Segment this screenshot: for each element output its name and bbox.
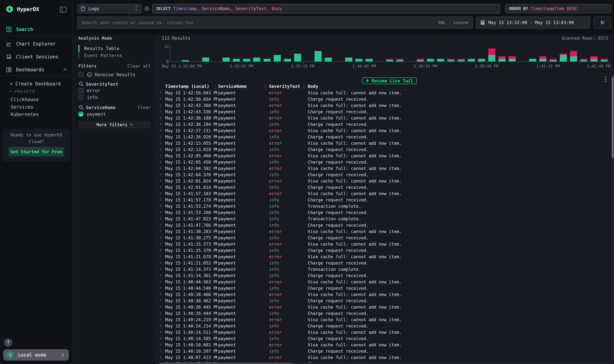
table-row[interactable]: May 15 1:42:01.814 PMpaymentinfoCharge r… [156, 184, 611, 190]
local-mode-button[interactable]: U Local mode [3, 349, 69, 361]
help-button[interactable]: ? [4, 338, 13, 347]
row-expand-chevron-icon[interactable] [159, 161, 161, 163]
row-expand-chevron-icon[interactable] [159, 318, 161, 321]
select-query-input[interactable]: SELECT TimestampServiceNameSeverityTextB… [152, 4, 500, 13]
row-expand-chevron-icon[interactable] [159, 217, 161, 220]
table-row[interactable]: May 15 1:40:07.413 PMpaymenterrorVisa ca… [156, 354, 611, 361]
row-expand-chevron-icon[interactable] [159, 306, 161, 308]
row-expand-chevron-icon[interactable] [159, 211, 161, 213]
table-row[interactable]: May 15 1:40:14.505 PMpaymentinfoCharge r… [156, 335, 611, 342]
row-expand-chevron-icon[interactable] [159, 356, 161, 358]
denoise-checkbox[interactable] [78, 72, 83, 77]
table-row[interactable]: May 15 1:41:57.178 PMpaymentinfoCharge r… [156, 197, 611, 203]
col-servicename[interactable]: ServiceName [218, 84, 247, 89]
table-row[interactable]: May 15 1:42:43.360 PMpaymenterrorVisa ca… [156, 102, 611, 109]
filter-checkbox-payment[interactable] [78, 112, 83, 117]
table-row[interactable]: May 15 1:41:14.361 PMpaymentinfoCharge r… [156, 273, 611, 279]
column-separator-icon[interactable] [303, 84, 304, 85]
sidebar-item-search[interactable]: Search [0, 24, 72, 35]
col-timestamp[interactable]: Timestamp (Local) [165, 84, 209, 89]
table-row[interactable]: May 15 1:41:53.260 PMpaymentinfoCharge r… [156, 209, 611, 216]
table-row[interactable]: May 15 1:40:44.563 PMpaymenterrorVisa ca… [156, 279, 611, 285]
sql-mode-button[interactable]: SQL [438, 20, 445, 25]
filter-checkbox-info[interactable] [78, 95, 83, 100]
row-expand-chevron-icon[interactable] [159, 343, 161, 346]
table-row[interactable]: May 15 1:41:21.678 PMpaymenterrorVisa ca… [156, 254, 611, 260]
table-options-kebab-icon[interactable] [605, 77, 606, 78]
table-row[interactable]: May 15 1:41:14.373 PMpaymentinfoTransact… [156, 266, 611, 273]
scrollbar-thumb[interactable] [612, 77, 614, 158]
table-row[interactable]: May 15 1:42:36.184 PMpaymentinfoCharge r… [156, 121, 611, 128]
table-row[interactable]: May 15 1:40:44.546 PMpaymentinfoCharge r… [156, 285, 611, 291]
horizontal-scrollbar[interactable] [159, 363, 608, 364]
filter-option-payment[interactable]: payment [87, 112, 106, 117]
table-row[interactable]: May 15 1:42:43.336 PMpaymentinfoCharge r… [156, 109, 611, 115]
table-row[interactable]: May 15 1:42:01.824 PMpaymenterrorVisa ca… [156, 178, 611, 184]
table-row[interactable]: May 15 1:41:53.274 PMpaymentinfoTransact… [156, 203, 611, 209]
table-row[interactable]: May 15 1:42:50.834 PMpaymentinfoCharge r… [156, 96, 611, 102]
row-expand-chevron-icon[interactable] [159, 350, 161, 352]
row-expand-chevron-icon[interactable] [159, 286, 161, 289]
sidebar-item-dashboards[interactable]: Dashboards [0, 65, 72, 75]
row-expand-chevron-icon[interactable] [159, 173, 161, 176]
table-row[interactable]: May 15 1:42:04.376 PMpaymentinfoCharge r… [156, 171, 611, 178]
row-expand-chevron-icon[interactable] [159, 236, 161, 239]
row-expand-chevron-icon[interactable] [159, 148, 161, 151]
row-expand-chevron-icon[interactable] [159, 117, 161, 119]
table-row[interactable]: May 15 1:41:21.652 PMpaymentinfoCharge r… [156, 260, 611, 266]
table-row[interactable]: May 15 1:40:38.466 PMpaymenterrorVisa ca… [156, 291, 611, 298]
table-row[interactable]: May 15 1:40:26.444 PMpaymentinfoCharge r… [156, 310, 611, 316]
gear-icon[interactable] [144, 6, 150, 12]
filter-option-info[interactable]: info [87, 95, 98, 100]
table-row[interactable]: May 15 1:42:05.460 PMpaymenterrorVisa ca… [156, 153, 611, 159]
column-separator-icon[interactable] [265, 84, 266, 85]
logo[interactable]: HyperDX [6, 5, 39, 13]
row-expand-chevron-icon[interactable] [159, 293, 161, 295]
clear-servicename-button[interactable]: Clear [138, 105, 151, 110]
table-row[interactable]: May 15 1:41:30.275 PMpaymentinfoCharge r… [156, 235, 611, 241]
row-expand-chevron-icon[interactable] [159, 312, 161, 314]
get-started-button[interactable]: Get Started for Free [9, 147, 64, 157]
row-expand-chevron-icon[interactable] [159, 186, 161, 188]
source-select[interactable]: Logs [77, 4, 141, 13]
clear-all-button[interactable]: Clear all [128, 64, 151, 68]
table-row[interactable]: May 15 1:40:14.511 PMpaymenterrorVisa ca… [156, 329, 611, 335]
table-row[interactable]: May 15 1:40:24.219 PMpaymenterrorVisa ca… [156, 316, 611, 323]
preset-services[interactable]: Services [11, 104, 33, 110]
row-expand-chevron-icon[interactable] [159, 167, 161, 169]
table-row[interactable]: May 15 1:41:30.283 PMpaymenterrorVisa ca… [156, 228, 611, 235]
row-expand-chevron-icon[interactable] [159, 98, 161, 100]
table-row[interactable]: May 15 1:42:36.188 PMpaymenterrorVisa ca… [156, 115, 611, 121]
filter-checkbox-error[interactable] [78, 88, 83, 93]
row-expand-chevron-icon[interactable] [159, 255, 161, 258]
table-row[interactable]: May 15 1:41:25.370 PMpaymentinfoCharge r… [156, 247, 611, 254]
table-row[interactable]: May 15 1:42:50.843 PMpaymenterrorVisa ca… [156, 90, 611, 96]
row-expand-chevron-icon[interactable] [159, 331, 161, 333]
filter-option-error[interactable]: error [87, 88, 101, 93]
preset-clickhouse[interactable]: Clickhouse [11, 97, 39, 102]
table-row[interactable]: May 15 1:42:27.131 PMpaymenterrorVisa ca… [156, 128, 611, 134]
row-expand-chevron-icon[interactable] [159, 268, 161, 270]
presets-header[interactable]: PRESETS [10, 89, 35, 94]
scrollbar-thumb[interactable] [159, 363, 292, 364]
sidebar-collapse-icon[interactable] [60, 6, 67, 13]
search-input[interactable] [78, 20, 438, 25]
sidebar-item-chart-explorer[interactable]: Chart Explorer [0, 39, 72, 49]
table-row[interactable]: May 15 1:40:10.597 PMpaymentinfoCharge r… [156, 348, 611, 354]
row-expand-chevron-icon[interactable] [159, 261, 161, 264]
table-row[interactable]: May 15 1:42:13.019 PMpaymentinfoCharge r… [156, 146, 611, 153]
table-row[interactable]: May 15 1:41:47.823 PMpaymentinfoTransact… [156, 216, 611, 222]
row-expand-chevron-icon[interactable] [159, 104, 161, 106]
row-expand-chevron-icon[interactable] [159, 91, 161, 94]
row-expand-chevron-icon[interactable] [159, 249, 161, 251]
row-expand-chevron-icon[interactable] [159, 274, 161, 276]
table-row[interactable]: May 15 1:41:25.373 PMpaymenterrorVisa ca… [156, 241, 611, 247]
preset-kubernetes[interactable]: Kubernetes [11, 112, 39, 117]
row-expand-chevron-icon[interactable] [159, 180, 161, 182]
row-expand-chevron-icon[interactable] [159, 198, 161, 201]
table-row[interactable]: May 15 1:41:57.183 PMpaymenterrorVisa ca… [156, 190, 611, 197]
vertical-scrollbar[interactable] [612, 77, 614, 362]
column-separator-icon[interactable] [215, 84, 216, 85]
table-row[interactable]: May 15 1:42:04.392 PMpaymenterrorVisa ca… [156, 165, 611, 171]
row-expand-chevron-icon[interactable] [159, 325, 161, 327]
